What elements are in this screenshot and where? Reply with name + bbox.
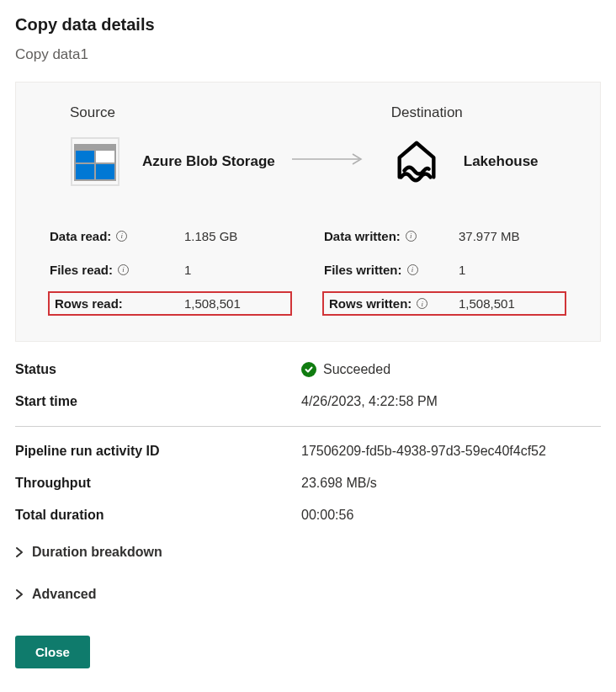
azure-blob-storage-icon	[70, 136, 120, 187]
data-read-label: Data read: i	[50, 229, 184, 243]
chevron-right-icon	[15, 546, 24, 558]
stats-section: Data read: i 1.185 GB Files read: i 1 Ro…	[50, 224, 566, 316]
info-icon[interactable]: i	[417, 298, 427, 309]
total-duration-value: 00:00:56	[301, 508, 353, 523]
duration-breakdown-label: Duration breakdown	[32, 545, 162, 560]
close-button[interactable]: Close	[15, 636, 90, 668]
chevron-right-icon	[15, 588, 24, 600]
start-time-label: Start time	[15, 394, 301, 409]
rows-written-label: Rows written: i	[324, 296, 459, 311]
start-time-value: 4/26/2023, 4:22:58 PM	[301, 394, 438, 409]
pipeline-run-id-label: Pipeline run activity ID	[15, 444, 301, 459]
destination-column: Destination Lakehouse	[391, 104, 539, 187]
rows-read-value: 1,508,501	[184, 296, 241, 311]
data-written-value: 37.977 MB	[459, 229, 520, 243]
flow-diagram: Source Azure Blob Storage	[50, 104, 566, 187]
source-heading: Source	[70, 104, 275, 121]
destination-stats: Data written: i 37.977 MB Files written:…	[324, 224, 566, 316]
info-icon[interactable]: i	[118, 264, 129, 275]
rows-read-label: Rows read:	[50, 296, 184, 311]
advanced-expander[interactable]: Advanced	[15, 582, 601, 607]
throughput-row: Throughput 23.698 MB/s	[15, 476, 601, 491]
svg-rect-5	[76, 164, 94, 179]
files-written-row: Files written: i 1	[324, 258, 566, 281]
svg-rect-4	[96, 151, 114, 162]
info-icon[interactable]: i	[407, 264, 418, 275]
status-row: Status Succeeded	[15, 362, 601, 377]
status-label: Status	[15, 362, 301, 377]
subtitle: Copy data1	[15, 46, 601, 63]
rows-written-row: Rows written: i 1,508,501	[322, 291, 566, 316]
files-read-row: Files read: i 1	[50, 258, 292, 281]
source-destination-panel: Source Azure Blob Storage	[15, 82, 601, 342]
total-duration-label: Total duration	[15, 508, 301, 523]
total-duration-row: Total duration 00:00:56	[15, 508, 601, 523]
destination-name: Lakehouse	[464, 153, 539, 170]
status-value: Succeeded	[301, 362, 390, 377]
duration-breakdown-expander[interactable]: Duration breakdown	[15, 540, 601, 565]
throughput-label: Throughput	[15, 476, 301, 491]
rows-read-row: Rows read: 1,508,501	[48, 291, 292, 316]
files-read-value: 1	[184, 263, 191, 277]
source-column: Source Azure Blob Storage	[70, 104, 275, 187]
page-title: Copy data details	[15, 15, 601, 35]
divider	[15, 426, 601, 427]
source-name: Azure Blob Storage	[142, 153, 275, 170]
files-written-value: 1	[459, 263, 465, 277]
success-icon	[301, 362, 316, 377]
files-written-label: Files written: i	[324, 263, 459, 277]
data-read-value: 1.185 GB	[184, 229, 237, 243]
files-read-label: Files read: i	[50, 263, 184, 277]
pipeline-run-id-row: Pipeline run activity ID 17506209-fd5b-4…	[15, 444, 601, 459]
info-icon[interactable]: i	[406, 231, 417, 242]
pipeline-run-id-value: 17506209-fd5b-4938-97d3-59ec40f4cf52	[301, 444, 546, 459]
arrow-icon	[292, 153, 366, 165]
details-section: Status Succeeded Start time 4/26/2023, 4…	[15, 362, 601, 409]
advanced-label: Advanced	[32, 587, 96, 602]
destination-heading: Destination	[391, 104, 539, 121]
source-stats: Data read: i 1.185 GB Files read: i 1 Ro…	[50, 224, 292, 316]
data-written-label: Data written: i	[324, 229, 459, 243]
data-read-row: Data read: i 1.185 GB	[50, 224, 292, 248]
destination-item: Lakehouse	[391, 136, 539, 187]
svg-rect-6	[96, 164, 114, 179]
details-section-2: Pipeline run activity ID 17506209-fd5b-4…	[15, 444, 601, 607]
source-item: Azure Blob Storage	[70, 136, 275, 187]
throughput-value: 23.698 MB/s	[301, 476, 377, 491]
info-icon[interactable]: i	[116, 231, 127, 242]
data-written-row: Data written: i 37.977 MB	[324, 224, 566, 248]
svg-rect-3	[76, 151, 94, 162]
start-time-row: Start time 4/26/2023, 4:22:58 PM	[15, 394, 601, 409]
rows-written-value: 1,508,501	[459, 296, 515, 311]
lakehouse-icon	[391, 136, 442, 187]
